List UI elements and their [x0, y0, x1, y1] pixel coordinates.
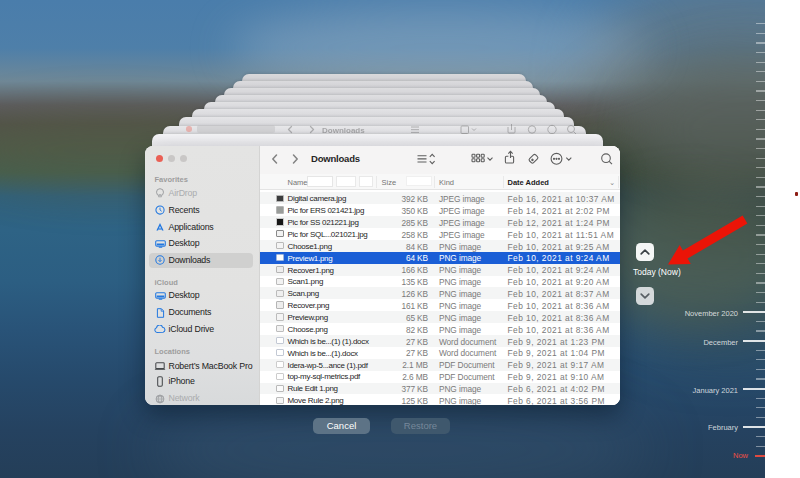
svg-text:Downloads: Downloads: [322, 126, 365, 134]
svg-text:Downloads: Downloads: [311, 153, 360, 164]
